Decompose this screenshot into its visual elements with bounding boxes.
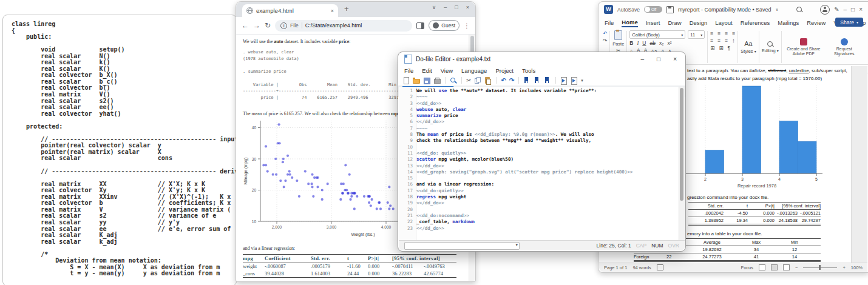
menu-edit[interactable]: Edit <box>422 67 432 74</box>
numbering-button[interactable]: ≡ <box>717 30 721 36</box>
shading-button[interactable]: ⊞ <box>710 45 714 51</box>
editor-line[interactable] <box>416 175 679 181</box>
do-icon[interactable] <box>560 77 568 84</box>
editor-line[interactable]: scatter mpg weight, mcolor(blue%50) <box>416 156 679 163</box>
paste-label[interactable]: Paste <box>612 41 624 47</box>
new-tab-button[interactable]: + <box>344 4 349 13</box>
editor-line[interactable]: <<dd_do: quietly>> <box>416 150 679 156</box>
bookmark-previous-icon[interactable] <box>523 77 531 84</box>
close-button[interactable]: × <box>466 4 469 10</box>
focus-button[interactable]: Focus <box>741 265 753 270</box>
back-icon[interactable]: ← <box>242 22 249 29</box>
undo-icon[interactable]: ↶ <box>501 77 506 84</box>
editor-combobox[interactable] <box>404 242 520 250</box>
menu-view[interactable]: View <box>441 67 453 74</box>
autosave-toggle[interactable]: Off <box>644 6 662 13</box>
bookmark-toggle-icon[interactable] <box>534 77 541 84</box>
editor-scrollbar[interactable] <box>679 87 685 241</box>
tab-draw[interactable]: Draw <box>668 19 681 26</box>
editor-line[interactable]: webuse auto, clear <box>416 107 679 113</box>
word-count[interactable]: 94 words <box>632 265 651 270</box>
find-icon[interactable] <box>450 77 457 84</box>
editor-line[interactable]: _coef_table, markdown <box>416 219 679 225</box>
forward-icon[interactable]: → <box>253 22 260 29</box>
cut-icon[interactable]: ✂ <box>466 77 471 84</box>
copy-icon[interactable] <box>474 77 481 84</box>
editor-maximize-button[interactable]: □ <box>657 56 660 62</box>
reload-icon[interactable]: ↻ <box>265 22 271 29</box>
word-close-button[interactable]: × <box>859 6 863 13</box>
address-bar[interactable]: File C:/Stata/example4.html <box>275 20 412 32</box>
proofing-icon[interactable] <box>657 264 663 270</box>
editor-line[interactable]: regress mpg weight <box>416 194 679 200</box>
menu-file[interactable]: File <box>404 67 413 74</box>
pilcrow-button[interactable]: ¶ <box>728 45 731 51</box>
editor-line[interactable]: We will use the **auto** dataset. It inc… <box>416 88 679 94</box>
word-maximize-button[interactable]: □ <box>851 6 855 13</box>
align-right-button[interactable]: ≡ <box>725 38 728 44</box>
browser-tab[interactable]: example4.html × <box>242 4 338 17</box>
zoom-level[interactable]: 100% <box>851 265 863 270</box>
editor-line[interactable] <box>416 207 679 213</box>
word-minimize-button[interactable]: – <box>844 6 847 13</box>
undo-icon[interactable]: ↶ <box>603 30 607 36</box>
tab-home[interactable]: Home <box>622 19 637 27</box>
menu-project[interactable]: Project <box>495 67 514 74</box>
save-file-icon[interactable] <box>423 77 430 84</box>
editor-line[interactable]: ~~~~ <box>416 94 679 100</box>
account-icon[interactable] <box>820 5 830 15</box>
bullets-button[interactable]: ≡ <box>710 30 713 36</box>
toolbar-caret-icon[interactable]: ▾ <box>581 77 583 84</box>
subscript-button[interactable]: x₂ <box>659 40 664 46</box>
profile-button[interactable]: Guest <box>429 20 459 31</box>
tab-review[interactable]: Review <box>807 19 826 26</box>
adobe-create-label[interactable]: Create and Share Adobe PDF <box>784 47 823 56</box>
menu-tools[interactable]: Tools <box>522 67 535 74</box>
underline-button[interactable]: U <box>642 40 646 46</box>
run-icon[interactable] <box>571 77 578 84</box>
browser-menu-icon[interactable]: ⋮ <box>464 22 470 29</box>
tab-mailings[interactable]: Mailings <box>778 19 799 26</box>
tab-design[interactable]: Design <box>690 19 708 26</box>
editor-line[interactable]: <<dd_do>> <box>416 101 679 107</box>
editor-line[interactable]: <</dd_do>> <box>416 119 679 125</box>
editor-line[interactable]: <<dd_do:nocommand>> <box>416 213 679 219</box>
editor-close-button[interactable]: × <box>673 56 677 62</box>
paste-icon[interactable] <box>484 77 492 84</box>
editor-line[interactable]: and via a linear regression: <box>416 181 679 187</box>
editor-line[interactable]: <</dd_do>> <box>416 200 679 206</box>
font-size-select[interactable]: 11▾ <box>688 30 705 39</box>
borders-button[interactable]: ⊞ <box>719 45 723 51</box>
bookmark-next-icon[interactable] <box>544 77 551 84</box>
editor-line[interactable]: check the relationship between **mpg** a… <box>416 138 679 144</box>
redo-icon[interactable]: ↷ <box>603 38 607 44</box>
new-file-icon[interactable] <box>402 77 410 84</box>
tab-file[interactable]: File <box>605 19 614 26</box>
tab-insert[interactable]: Insert <box>646 19 660 26</box>
menu-language[interactable]: Language <box>461 67 487 74</box>
save-icon[interactable] <box>666 6 674 13</box>
read-mode-icon[interactable] <box>759 264 765 270</box>
strikethrough-button[interactable]: ab <box>649 40 655 46</box>
styles-icon[interactable]: Aa <box>744 40 752 47</box>
align-left-button[interactable]: ≡ <box>710 38 713 44</box>
tab-references[interactable]: References <box>741 19 770 26</box>
editor-area[interactable]: 1234567891011121314151617181920212223 We… <box>399 87 685 241</box>
editor-line[interactable]: summarize price <box>416 113 679 119</box>
zoom-out-icon[interactable]: − <box>795 265 798 270</box>
title-caret-icon[interactable]: ∨ <box>776 7 779 12</box>
editor-line[interactable]: <<dd_graph: saving("graph.svg") alt("sca… <box>416 169 679 175</box>
font-name-select[interactable]: Calibri (Body)▾ <box>629 30 685 39</box>
bold-button[interactable]: B <box>629 40 633 46</box>
open-file-icon[interactable] <box>413 77 420 84</box>
tab-layout[interactable]: Layout <box>715 19 733 26</box>
pencil-icon[interactable]: ✎ <box>834 6 839 13</box>
redo-icon[interactable]: ↷ <box>509 77 514 84</box>
editor-line[interactable]: <</dd_do>> <box>416 163 679 169</box>
request-signatures-label[interactable]: Request Signatures <box>827 47 862 56</box>
side-panel-icon[interactable] <box>416 22 424 29</box>
superscript-button[interactable]: x² <box>667 40 671 46</box>
minimize-button[interactable]: – <box>444 4 447 10</box>
paste-icon[interactable] <box>614 30 622 40</box>
print-icon[interactable] <box>433 77 441 84</box>
